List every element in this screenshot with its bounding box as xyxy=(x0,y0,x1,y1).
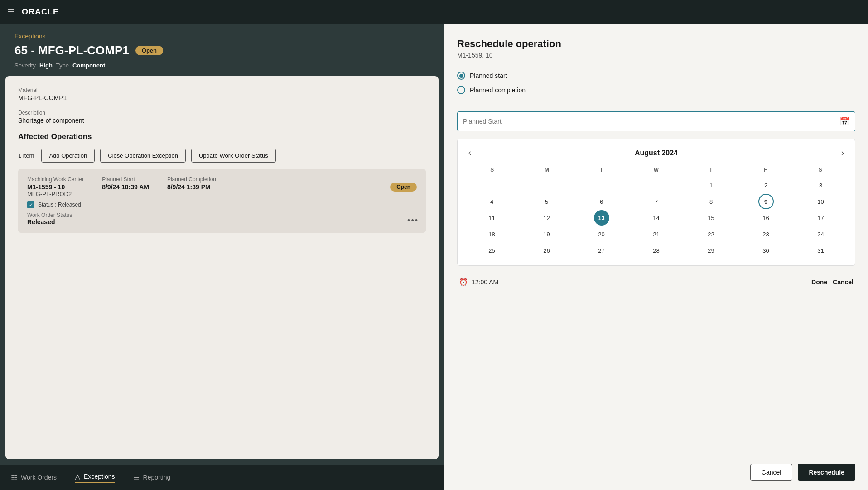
reschedule-subtitle: M1-1559, 10 xyxy=(457,52,855,59)
type-label: Type xyxy=(56,62,69,69)
close-exception-button[interactable]: Close Operation Exception xyxy=(100,149,186,163)
calendar-cell[interactable]: 10 xyxy=(813,194,829,209)
calendar-cell[interactable]: 5 xyxy=(539,194,555,209)
day-name-wed: W xyxy=(629,165,684,175)
calendar-month-year: August 2024 xyxy=(635,149,678,157)
wo-status-label: Work Order Status xyxy=(27,212,417,218)
calendar-cell[interactable]: 28 xyxy=(649,243,664,258)
day-name-sun: S xyxy=(465,165,520,175)
calendar-cell[interactable]: 6 xyxy=(594,194,609,209)
calendar-cell[interactable]: 4 xyxy=(484,194,500,209)
page-title: 65 - MFG-PL-COMP1 xyxy=(14,43,129,58)
calendar-prev-button[interactable]: ‹ xyxy=(465,146,475,159)
right-panel-footer: Cancel Reschedule xyxy=(457,456,855,481)
calendar-cell[interactable]: 22 xyxy=(704,226,719,242)
calendar-cell[interactable]: 15 xyxy=(704,210,719,226)
day-name-mon: M xyxy=(520,165,574,175)
op-status-text: Status : Released xyxy=(38,202,81,208)
calendar-cell xyxy=(484,178,500,193)
calendar-cell[interactable]: 24 xyxy=(813,226,829,242)
op-card-row3: Work Order Status Released xyxy=(27,212,417,226)
severity-value: High xyxy=(39,62,53,69)
description-value: Shortage of component xyxy=(18,117,426,124)
reschedule-button[interactable]: Reschedule xyxy=(798,464,855,481)
calendar-cell[interactable]: 16 xyxy=(758,210,774,226)
calendar-cell[interactable]: 13 xyxy=(594,210,609,226)
calendar-cell[interactable]: 19 xyxy=(539,226,555,242)
radio-planned-completion-label: Planned completion xyxy=(470,86,526,94)
calendar-header: ‹ August 2024 › xyxy=(465,146,848,159)
work-center-value: M1-1559 - 10 xyxy=(27,183,84,191)
date-input-row[interactable]: Planned Start 📅 xyxy=(457,111,855,131)
calendar-cell[interactable]: 14 xyxy=(649,210,664,226)
time-row: ⏰ 12:00 AM Done Cancel xyxy=(457,273,855,291)
time-display: ⏰ 12:00 AM xyxy=(459,278,498,286)
time-done-button[interactable]: Done xyxy=(811,279,827,286)
radio-planned-completion-circle xyxy=(457,86,465,94)
calendar-cell[interactable]: 1 xyxy=(704,178,719,193)
top-nav: ☰ ORACLE xyxy=(0,0,868,24)
planned-start-group: Planned Start 8/9/24 10:39 AM xyxy=(102,176,149,191)
planned-completion-group: Planned Completion 8/9/24 1:39 PM xyxy=(167,176,216,191)
calendar-icon-button[interactable]: 📅 xyxy=(839,116,849,126)
right-panel: Reschedule operation M1-1559, 10 Planned… xyxy=(444,24,868,490)
status-badge: Open xyxy=(135,46,163,55)
calendar-cell[interactable]: 25 xyxy=(484,243,500,258)
add-operation-button[interactable]: Add Operation xyxy=(41,149,95,163)
calendar-cell[interactable]: 2 xyxy=(758,178,774,193)
calendar-cell[interactable]: 12 xyxy=(539,210,555,226)
type-value: Component xyxy=(72,62,105,69)
operation-card: Machining Work Center M1-1559 - 10 MFG-P… xyxy=(18,169,426,233)
calendar-cell[interactable]: 27 xyxy=(594,243,609,258)
wo-status-value: Released xyxy=(27,218,417,226)
day-name-tue: T xyxy=(574,165,629,175)
calendar-cell[interactable]: 18 xyxy=(484,226,500,242)
calendar-cell[interactable]: 8 xyxy=(704,194,719,209)
calendar-cell[interactable]: 17 xyxy=(813,210,829,226)
meta-row: Severity High Type Component xyxy=(14,62,429,69)
calendar-cell[interactable]: 9 xyxy=(758,194,774,209)
menu-icon[interactable]: ☰ xyxy=(7,7,14,17)
calendar-cell[interactable]: 20 xyxy=(594,226,609,242)
day-name-sat: S xyxy=(793,165,848,175)
calendar-cell[interactable]: 11 xyxy=(484,210,500,226)
nav-work-orders[interactable]: ☷ Work Orders xyxy=(11,473,57,482)
radio-planned-start-label: Planned start xyxy=(470,72,507,79)
radio-planned-start[interactable]: Planned start xyxy=(457,72,855,80)
checked-checkbox-icon[interactable] xyxy=(27,201,34,208)
content-area: Material MFG-PL-COMP1 Description Shorta… xyxy=(5,76,439,459)
calendar-cell[interactable]: 23 xyxy=(758,226,774,242)
left-panel: Exceptions 65 - MFG-PL-COMP1 Open Severi… xyxy=(0,24,444,490)
day-name-thu: T xyxy=(684,165,738,175)
calendar-cell[interactable]: 30 xyxy=(758,243,774,258)
calendar-cell[interactable]: 26 xyxy=(539,243,555,258)
calendar-cell[interactable]: 29 xyxy=(704,243,719,258)
time-actions: Done Cancel xyxy=(811,279,854,286)
planned-start-label: Planned Start xyxy=(102,176,149,183)
oracle-logo: ORACLE xyxy=(22,7,59,17)
page-title-row: 65 - MFG-PL-COMP1 Open xyxy=(14,43,429,58)
nav-exceptions-label: Exceptions xyxy=(84,473,115,480)
time-cancel-button[interactable]: Cancel xyxy=(833,279,854,286)
calendar-cell[interactable]: 3 xyxy=(813,178,829,193)
nav-reporting[interactable]: ⚌ Reporting xyxy=(133,473,171,482)
work-center-label: Machining Work Center xyxy=(27,176,84,183)
calendar-cell[interactable]: 31 xyxy=(813,243,829,258)
exceptions-icon: △ xyxy=(75,472,80,481)
calendar-cell[interactable]: 7 xyxy=(649,194,664,209)
main-area: Exceptions 65 - MFG-PL-COMP1 Open Severi… xyxy=(0,24,868,490)
work-orders-icon: ☷ xyxy=(11,473,17,482)
nav-exceptions[interactable]: △ Exceptions xyxy=(75,472,115,483)
more-options-button[interactable]: ••• xyxy=(407,216,419,226)
material-label: Material xyxy=(18,87,426,93)
radio-planned-completion[interactable]: Planned completion xyxy=(457,86,855,94)
exceptions-label: Exceptions xyxy=(14,33,429,40)
work-center-group: Machining Work Center M1-1559 - 10 MFG-P… xyxy=(27,176,84,197)
affected-ops-title: Affected Operations xyxy=(18,132,426,141)
calendar-next-button[interactable]: › xyxy=(838,146,848,159)
radio-planned-start-circle xyxy=(457,72,465,80)
cancel-button[interactable]: Cancel xyxy=(750,464,793,481)
calendar-cell xyxy=(649,178,664,193)
update-status-button[interactable]: Update Work Order Status xyxy=(191,149,276,163)
calendar-cell[interactable]: 21 xyxy=(649,226,664,242)
